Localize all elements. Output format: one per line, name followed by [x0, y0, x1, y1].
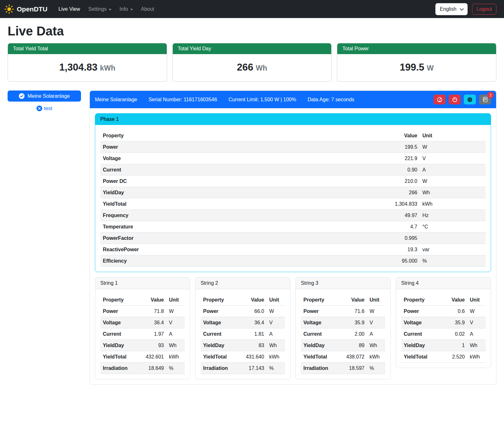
string-card: String 2PropertyValueUnitPower66.0WVolta…	[195, 277, 290, 379]
phase-panel-title: Phase 1	[95, 114, 491, 125]
event-count-badge: 2	[487, 92, 494, 98]
table-row: YieldTotal2.520kWh	[401, 351, 486, 363]
speedometer-icon	[437, 97, 443, 103]
unit-cell	[420, 233, 486, 244]
value-cell: 0.6	[434, 306, 467, 317]
language-select[interactable]: English	[435, 3, 468, 15]
card-value: 199.5	[400, 62, 425, 73]
property-cell: YieldTotal	[100, 198, 382, 210]
value-cell: 17.143	[234, 363, 267, 374]
value-cell: 431.640	[234, 351, 267, 363]
nav-item-info[interactable]: Info	[115, 4, 137, 15]
unit-cell: Wh	[267, 340, 285, 351]
table-row: YieldDay89Wh	[301, 340, 385, 351]
property-cell: Current	[100, 164, 382, 176]
unit-cell: V	[420, 153, 486, 164]
property-cell: Voltage	[301, 317, 334, 328]
table-row: Current1.97A	[100, 328, 185, 340]
unit-cell: W	[420, 176, 486, 187]
property-cell: ReactivePower	[100, 244, 382, 255]
card-value: 1,304.83	[59, 62, 97, 73]
table-row: YieldDay93Wh	[100, 340, 185, 351]
property-cell: YieldTotal	[100, 351, 134, 363]
property-cell: Current	[100, 328, 134, 340]
card-unit: W	[427, 64, 434, 72]
property-cell: Voltage	[100, 153, 382, 164]
total-yield-day-card: Total Yield Day 266Wh	[172, 43, 332, 82]
journal-text-icon	[482, 97, 488, 103]
unit-cell: A	[166, 328, 185, 340]
check-circle-icon	[19, 93, 25, 99]
unit-cell: Wh	[367, 340, 385, 351]
power-settings-button[interactable]	[449, 95, 461, 104]
value-cell: 66.0	[234, 306, 267, 317]
table-row: Current0.02A	[401, 328, 486, 340]
unit-cell: A	[267, 328, 285, 340]
logout-button[interactable]: Logout	[472, 4, 496, 15]
inverter-button-test[interactable]: test	[8, 105, 81, 112]
unit-cell: Hz	[420, 210, 486, 221]
table-header-row: Property Value Unit	[100, 130, 486, 141]
string-table: PropertyValueUnitPower66.0WVoltage36.4VC…	[201, 294, 285, 374]
phase-table: Property Value Unit Power199.5WVoltage22…	[100, 130, 486, 267]
string-table: PropertyValueUnitPower71.8WVoltage36.4VC…	[100, 294, 185, 374]
string-table: PropertyValueUnitPower71.6WVoltage35.9VC…	[301, 294, 385, 374]
device-info-button[interactable]	[464, 95, 476, 104]
unit-cell: %	[367, 363, 385, 374]
navbar-right: English Logout	[435, 3, 496, 15]
value-cell: 0.02	[434, 328, 467, 340]
table-row: Irradiation17.143%	[201, 363, 285, 374]
card-title: Total Yield Total	[8, 43, 167, 54]
string-card: String 4PropertyValueUnitPower0.6WVoltag…	[396, 277, 491, 368]
table-row: Voltage35.9V	[301, 317, 385, 328]
column-header-value: Value	[382, 130, 420, 141]
inverter-button-selected[interactable]: Meine Solaranlage	[8, 90, 81, 102]
unit-cell: °C	[420, 221, 486, 233]
chevron-down-icon	[130, 9, 133, 10]
event-log-button[interactable]: 2	[479, 95, 491, 104]
unit-cell: kWh	[267, 351, 285, 363]
sun-icon	[4, 4, 14, 14]
value-cell: 438.072	[334, 351, 367, 363]
value-cell: 71.6	[334, 306, 367, 317]
brand-link[interactable]: OpenDTU	[4, 4, 47, 14]
table-row: Irradiation18.597%	[301, 363, 385, 374]
unit-cell: kWh	[420, 198, 486, 210]
table-row: Voltage35.9V	[401, 317, 486, 328]
table-header-row: PropertyValueUnit	[301, 294, 385, 306]
unit-cell: W	[467, 306, 486, 317]
inverter-name: Meine Solaranlage	[95, 97, 137, 103]
column-header-value: Value	[234, 294, 267, 306]
table-row: ReactivePower19.3var	[100, 244, 486, 255]
table-row: Efficiency95.000%	[100, 255, 486, 267]
property-cell: YieldDay	[301, 340, 334, 351]
value-cell: 18.597	[334, 363, 367, 374]
value-cell: 1	[434, 340, 467, 351]
property-cell: Power DC	[100, 176, 382, 187]
brand-label: OpenDTU	[17, 5, 47, 13]
string-card-title: String 3	[296, 277, 390, 289]
property-cell: YieldTotal	[401, 351, 434, 363]
table-row: YieldDay1Wh	[401, 340, 486, 351]
unit-cell: kWh	[166, 351, 185, 363]
table-row: YieldTotal431.640kWh	[201, 351, 285, 363]
unit-cell: Wh	[166, 340, 185, 351]
value-cell: 19.3	[382, 244, 420, 255]
unit-cell: %	[267, 363, 285, 374]
nav-item-settings[interactable]: Settings	[84, 4, 115, 15]
navbar: OpenDTU Live View Settings Info About En…	[0, 0, 504, 18]
column-header-property: Property	[100, 294, 134, 306]
table-row: YieldDay266Wh	[100, 187, 486, 198]
summary-cards-row: Total Yield Total 1,304.83kWh Total Yiel…	[8, 43, 496, 82]
total-yield-total-card: Total Yield Total 1,304.83kWh	[8, 43, 167, 82]
table-row: Voltage221.9V	[100, 153, 486, 164]
value-cell: 432.601	[134, 351, 166, 363]
value-cell: 18.649	[134, 363, 166, 374]
nav-item-live-view[interactable]: Live View	[54, 4, 84, 15]
table-row: YieldTotal432.601kWh	[100, 351, 185, 363]
nav-item-about[interactable]: About	[137, 4, 159, 15]
limit-settings-button[interactable]	[433, 95, 445, 104]
property-cell: Voltage	[401, 317, 434, 328]
value-cell: 221.9	[382, 153, 420, 164]
unit-cell: Wh	[420, 187, 486, 198]
